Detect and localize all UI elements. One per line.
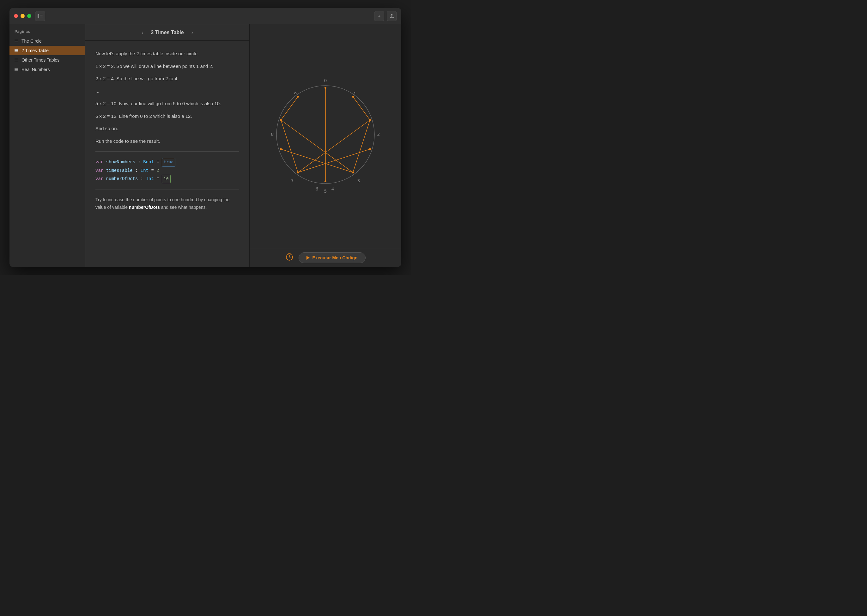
svg-point-5 <box>324 87 326 89</box>
code-block: var showNumbers : Bool = true var timesT… <box>95 158 239 183</box>
page-title: 2 Times Table <box>151 30 184 35</box>
circle-visualization: 0 1 2 3 4 5 6 7 <box>265 73 386 200</box>
main-panel: ‹ 2 Times Table › Now let's apply the 2 … <box>85 24 250 267</box>
code-val-2: 2 <box>156 167 159 175</box>
kw-colon-2: : <box>135 167 138 175</box>
divider-1 <box>95 151 239 152</box>
content-area: Páginas The Circle 2 Times Table Other T… <box>9 24 401 267</box>
svg-point-11 <box>297 171 299 173</box>
label-9: 9 <box>294 91 297 96</box>
kw-eq-3: = <box>156 175 159 183</box>
kw-name-3: numberOfDots <box>106 175 138 183</box>
code-val-1[interactable]: true <box>162 158 175 167</box>
menu-icon <box>14 49 18 52</box>
svg-rect-2 <box>40 16 42 16</box>
sidebar-item-the-circle[interactable]: The Circle <box>9 36 85 46</box>
line-8-6 <box>281 120 298 173</box>
paragraph-2: 1 x 2 = 2. So we will draw a line betwee… <box>95 62 239 71</box>
play-icon <box>307 256 310 260</box>
sidebar-item-real-numbers[interactable]: Real Numbers <box>9 65 85 74</box>
paragraph-1: Now let's apply the 2 times table inside… <box>95 50 239 58</box>
svg-point-6 <box>352 96 354 97</box>
close-button[interactable] <box>14 14 18 18</box>
sidebar-item-2-times-table[interactable]: 2 Times Table <box>9 46 85 55</box>
viz-footer: Executar Meu Código <box>250 248 401 267</box>
sidebar-item-other-times-tables[interactable]: Other Times Tables <box>9 55 85 65</box>
label-5: 5 <box>324 189 327 194</box>
svg-point-13 <box>280 119 282 121</box>
kw-name-1: showNumbers <box>106 158 135 167</box>
window-controls-right: + <box>374 11 397 21</box>
sidebar-item-label: The Circle <box>22 39 42 44</box>
sidebar-item-label: Real Numbers <box>22 67 50 72</box>
note-text: Try to increase the number of points to … <box>95 196 239 211</box>
timer-icon <box>285 253 294 263</box>
svg-point-12 <box>280 148 282 150</box>
main-content: Now let's apply the 2 times table inside… <box>85 41 249 267</box>
code-line-1: var showNumbers : Bool = true <box>95 158 239 167</box>
code-val-3[interactable]: 10 <box>162 175 171 183</box>
kw-eq-2: = <box>151 167 154 175</box>
svg-point-9 <box>352 171 354 173</box>
prev-arrow[interactable]: ‹ <box>139 28 146 37</box>
kw-name-2: timesTable <box>106 167 133 175</box>
kw-type-2: Int <box>141 167 148 175</box>
line-9-8 <box>281 97 298 120</box>
times-table-lines <box>281 88 370 181</box>
line-2-4 <box>353 120 370 173</box>
line-1-2 <box>353 97 370 120</box>
next-arrow[interactable]: › <box>189 28 195 37</box>
menu-icon <box>14 68 18 71</box>
add-button[interactable]: + <box>374 11 384 21</box>
viz-panel: 0 1 2 3 4 5 6 7 <box>250 24 401 267</box>
sidebar-toggle-button[interactable] <box>35 11 45 21</box>
share-icon <box>390 14 394 18</box>
svg-rect-1 <box>40 15 42 16</box>
sidebar-section-title: Páginas <box>9 29 85 36</box>
kw-eq-1: = <box>156 158 159 167</box>
run-button[interactable]: Executar Meu Código <box>299 252 365 263</box>
menu-icon <box>14 59 18 61</box>
label-1: 1 <box>354 91 356 96</box>
line-3-6 <box>298 149 370 173</box>
paragraph-4: ... <box>95 87 239 96</box>
traffic-lights <box>14 14 31 18</box>
share-button[interactable] <box>387 11 397 21</box>
main-header: ‹ 2 Times Table › <box>85 24 249 41</box>
label-7: 7 <box>291 178 294 183</box>
kw-type-1: Bool <box>143 158 154 167</box>
kw-colon-3: : <box>141 175 143 183</box>
paragraph-7: And so on. <box>95 124 239 133</box>
plus-icon: + <box>378 14 381 19</box>
svg-rect-0 <box>38 14 39 18</box>
sidebar-item-label: Other Times Tables <box>22 58 60 63</box>
label-2: 2 <box>377 132 380 137</box>
minimize-button[interactable] <box>20 14 25 18</box>
paragraph-8: Run the code to see the result. <box>95 137 239 145</box>
kw-var-3: var <box>95 175 103 183</box>
line-6-2 <box>298 120 370 173</box>
divider-2 <box>95 190 239 190</box>
app-window: + Páginas The Circle 2 Ti <box>9 8 401 267</box>
note-end: and see what happens. <box>160 205 207 210</box>
kw-var-2: var <box>95 167 103 175</box>
paragraph-5: 5 x 2 = 10. Now, our line will go from 5… <box>95 99 239 108</box>
svg-point-8 <box>369 148 371 150</box>
line-4-8 <box>281 120 353 173</box>
label-4: 4 <box>332 186 334 192</box>
label-8: 8 <box>271 132 274 137</box>
run-button-label: Executar Meu Código <box>312 255 357 260</box>
kw-var-1: var <box>95 158 103 167</box>
svg-point-14 <box>297 96 299 97</box>
label-6: 6 <box>316 186 318 192</box>
svg-point-7 <box>369 119 371 121</box>
label-3: 3 <box>357 178 360 183</box>
titlebar: + <box>9 8 401 24</box>
maximize-button[interactable] <box>27 14 31 18</box>
viz-content: 0 1 2 3 4 5 6 7 <box>250 24 401 248</box>
label-0: 0 <box>324 78 327 83</box>
paragraph-6: 6 x 2 = 12. Line from 0 to 2 which is al… <box>95 112 239 120</box>
note-bold: numberOfDots <box>129 205 160 210</box>
paragraph-3: 2 x 2 = 4. So the line will go from 2 to… <box>95 75 239 83</box>
code-line-2: var timesTable : Int = 2 <box>95 167 239 175</box>
